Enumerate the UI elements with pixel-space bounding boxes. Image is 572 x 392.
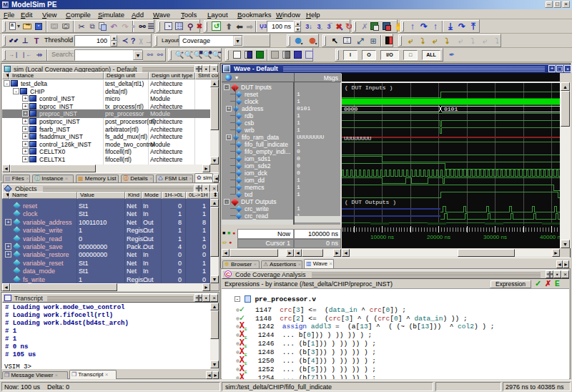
svg-text:30000 ns: 30000 ns <box>483 234 507 240</box>
svg-text:20000 ns: 20000 ns <box>427 234 450 240</box>
svg-text:0000: 0000 <box>344 106 358 112</box>
svg-text:10000 ns: 10000 ns <box>370 234 394 240</box>
svg-text:40000 ns: 40000 ns <box>540 234 560 240</box>
svg-text:UUUUUUUU: UUUUUUUU <box>344 135 372 142</box>
svg-text:0101: 0101 <box>444 106 458 112</box>
svg-text:( DUT Inputs ): ( DUT Inputs ) <box>345 84 393 91</box>
svg-text:( DUT Outputs ): ( DUT Outputs ) <box>345 199 396 205</box>
